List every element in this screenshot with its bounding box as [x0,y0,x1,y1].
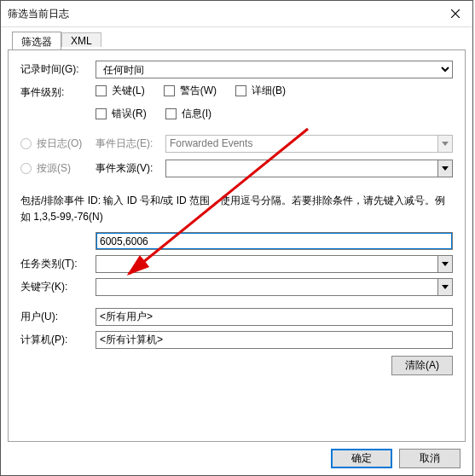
source-combo[interactable] [165,160,453,177]
titlebar: 筛选当前日志 [1,1,472,27]
user-input[interactable] [96,308,453,326]
check-warning-label: 警告(W) [180,84,217,98]
source-dropdown-btn[interactable] [437,160,453,177]
radio-bysource: 按源(S) [20,161,96,176]
radio-bylog-label: 按日志(O) [37,136,82,151]
label-user: 用户(U): [20,310,96,324]
task-combo[interactable] [96,255,453,273]
tab-filter[interactable]: 筛选器 [12,32,61,50]
check-critical-label: 关键(L) [112,84,145,98]
task-dropdown-btn[interactable] [437,255,453,273]
label-computer: 计算机(P): [20,333,96,347]
label-task: 任务类别(T): [20,257,96,271]
keywords-value[interactable] [96,278,437,296]
ok-button[interactable]: 确定 [331,449,392,468]
label-level: 事件级别: [20,84,96,100]
radio-icon [20,163,32,174]
checkbox-icon [96,108,107,119]
radio-icon [20,138,32,149]
chevron-down-icon [442,262,449,266]
filter-log-dialog: 筛选当前日志 筛选器 XML 记录时间(G): 任何时间 事件 [0,0,473,476]
radio-bylog: 按日志(O) [20,136,96,151]
close-icon [451,9,460,18]
level-checkgroup: 关键(L) 警告(W) 详细(B) 错误(R [96,84,453,130]
label-eventlog: 事件日志(E): [96,136,165,151]
tab-xml[interactable]: XML [61,32,101,47]
checkbox-icon [164,85,175,96]
close-button[interactable] [438,1,472,26]
checkbox-icon [235,85,246,96]
keywords-combo[interactable] [96,278,453,296]
event-id-input[interactable] [96,232,453,250]
svg-marker-5 [442,285,449,289]
svg-marker-4 [442,262,449,266]
check-warning[interactable]: 警告(W) [164,84,217,98]
dialog-body: 筛选器 XML 记录时间(G): 任何时间 事件级别: 关键 [1,26,472,475]
check-verbose[interactable]: 详细(B) [235,84,286,98]
checkbox-icon [165,108,177,119]
label-keywords: 关键字(K): [20,280,96,294]
checkbox-icon [96,85,107,96]
source-value[interactable] [165,160,437,177]
chevron-down-icon [442,166,449,171]
check-verbose-label: 详细(B) [252,84,286,98]
window-title: 筛选当前日志 [8,7,69,21]
cancel-button[interactable]: 取消 [399,449,461,468]
computer-input[interactable] [96,331,453,349]
chevron-down-icon [442,285,449,289]
svg-marker-3 [442,166,449,171]
check-critical[interactable]: 关键(L) [96,84,145,98]
tab-panel: 记录时间(G): 任何时间 事件级别: 关键(L) [8,49,466,442]
label-source: 事件来源(V): [96,161,165,176]
eventlog-value: Forwarded Events [165,135,437,153]
chevron-down-icon [442,142,449,146]
logged-dropdown[interactable]: 任何时间 [96,61,453,78]
radio-bysource-label: 按源(S) [37,161,71,176]
eventlog-combo: Forwarded Events [165,135,453,153]
check-error[interactable]: 错误(R) [96,107,147,121]
clear-button[interactable]: 清除(A) [391,356,453,375]
task-value[interactable] [96,255,437,273]
label-logged: 记录时间(G): [20,62,96,77]
dialog-button-row: 确定 取消 [331,449,461,468]
check-info[interactable]: 信息(I) [165,107,211,121]
check-error-label: 错误(R) [112,107,147,121]
eventlog-dropdown-btn [437,135,453,153]
keywords-dropdown-btn[interactable] [437,278,453,296]
id-help-text: 包括/排除事件 ID: 输入 ID 号和/或 ID 范围，使用逗号分隔。若要排除… [20,193,453,225]
tabstrip: 筛选器 XML [12,31,466,49]
check-info-label: 信息(I) [182,107,211,121]
svg-marker-2 [442,142,449,146]
